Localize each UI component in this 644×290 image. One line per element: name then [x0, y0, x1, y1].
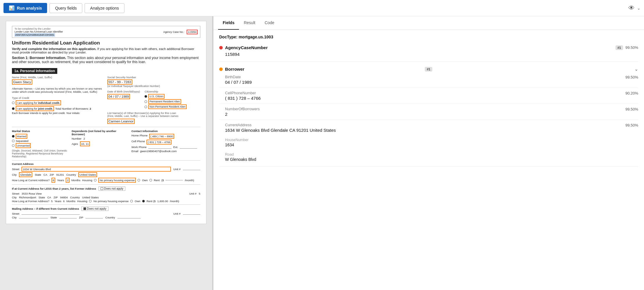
- lender-label-group: To be completed by the Lender: Lender Lo…: [15, 27, 63, 36]
- citizenship-nonpermanent-label: Non-Permanent Resident Alien: [148, 104, 187, 109]
- dependents-label: Dependents (not listed by another Borrow…: [72, 129, 129, 136]
- credit-option-individual: I am applying for individual credit.: [12, 100, 105, 105]
- dependents-number-row: Number 2: [72, 137, 129, 140]
- street-label: Street: [12, 168, 19, 171]
- field-dot-orange: [219, 67, 223, 71]
- cell-phone-value: ( 831 ) 728 – 4766: [147, 140, 172, 145]
- radio-no-housing: [94, 179, 97, 182]
- home-phone-row: Home Phone ( 489 ) 746 – 8900: [131, 134, 200, 139]
- ssn-label: Social Security Number: [107, 76, 200, 79]
- document-subtitle: Verify and complete the information on t…: [12, 47, 200, 54]
- street-row: Street 1634 W Glenoaks Blvd Unit #: [12, 167, 200, 172]
- former-city-value: Richmondport: [19, 196, 36, 199]
- marital-separated-label: Separated: [16, 139, 28, 143]
- work-phone-row: Work Phone Ext.: [131, 145, 200, 149]
- dob-value-display: 04 / 07 / 1989: [107, 94, 140, 99]
- does-not-apply-1-text: Does not apply: [104, 187, 124, 190]
- home-phone-value: ( 489 ) 746 – 8900: [149, 134, 174, 139]
- collapse-icon[interactable]: ⌄: [634, 66, 638, 72]
- alt-names-label: Alternate Names – List any names by whic…: [12, 87, 105, 93]
- other-borrowers-value-wrap: Carmen Leannor: [107, 119, 200, 124]
- tab-fields[interactable]: Fields: [218, 16, 239, 30]
- sub-field-birthdate: BirthDate 99.50% 04 / 07 / 1989: [219, 75, 638, 85]
- citizenship-us-label: U.S. Citizen: [148, 94, 165, 99]
- field-borrower-header[interactable]: Borrower #1 ⌄: [219, 66, 638, 72]
- other-borrowers-sub: (First, Middle, Last, Suffix) – Use a se…: [107, 115, 200, 118]
- unit-label: Unit #: [173, 168, 181, 171]
- mailing-unit-value: [183, 214, 200, 215]
- run-analysis-button[interactable]: 📊 Run analysis: [3, 3, 47, 13]
- field-agency-case-number: AgencyCaseNumber #1 99.50% 115894: [219, 45, 638, 62]
- zip-label: ZIP: [50, 173, 54, 176]
- street-value: 1634 W Glenoaks Blvd: [22, 167, 171, 172]
- eye-icon[interactable]: 👁: [628, 4, 635, 12]
- agency-case-group: Agency Case No.: 115894: [163, 30, 198, 34]
- country-label: Country: [66, 173, 76, 176]
- months-label: Months: [71, 179, 80, 182]
- city-label: City: [12, 173, 17, 176]
- right-panel-content: DocType: mortgage.us.1003 AgencyCaseNumb…: [213, 30, 644, 290]
- does-not-apply-box-2: Does not apply: [81, 207, 108, 211]
- former-housing-label: Housing: [77, 200, 88, 203]
- former-city-row: City Richmondport State CA ZIP 94804 Cou…: [12, 196, 200, 199]
- current-address-field-confidence: 99.50%: [625, 123, 638, 127]
- cell-phone-label: Cell Phone: [131, 140, 145, 145]
- ext-value: [180, 145, 197, 149]
- road-value: W Glenoaks Blvd: [225, 157, 638, 162]
- housing-label: Housing: [82, 179, 92, 182]
- marital-row: Marital Status Married Separated Unmarri…: [12, 127, 200, 158]
- query-fields-button[interactable]: Query fields: [49, 3, 82, 13]
- num-borrowers-label: Total Number of Borrowers: 2: [55, 107, 91, 110]
- current-address-label: Current Address: [12, 162, 200, 166]
- city-row: City Glendale State CA ZIP 91201 Country…: [12, 172, 200, 177]
- mailing-country-label: Country: [105, 216, 115, 219]
- marital-label: Marital Status: [12, 129, 69, 133]
- section1-title-bold: Section 1: Borrower Information.: [12, 56, 66, 60]
- radio-unmarried: [12, 144, 15, 147]
- personal-info-grid: Name (First, Middle, Last, Suffix) Gwen …: [12, 76, 200, 124]
- credit-option-joint: I am applying for joint credit. Total Nu…: [12, 106, 105, 111]
- lender-label: To be completed by the Lender:: [15, 27, 63, 30]
- former-no-housing-label: No primary housing expense: [93, 200, 129, 203]
- marital-note: (Single, Divorced, Widowed, Civil Union,…: [12, 149, 69, 158]
- state-label: State: [35, 173, 41, 176]
- marital-unmarried: Unmarried: [12, 143, 69, 148]
- joint-note: Each Borrower intends to apply for joint…: [12, 112, 105, 115]
- former-country-label: Country: [70, 196, 80, 199]
- tab-code[interactable]: Code: [260, 16, 279, 30]
- former-rent-label: Rent ($: [147, 200, 156, 203]
- former-own-label: Own: [135, 200, 140, 203]
- house-number-value: 1634: [225, 143, 638, 147]
- chevron-down-icon[interactable]: ⌄: [637, 6, 641, 10]
- dependents-ages-label: Ages: [72, 142, 78, 145]
- tab-result[interactable]: Result: [239, 16, 260, 30]
- former-unit-label: Unit #: [189, 192, 197, 195]
- mailing-state-label: State: [50, 216, 57, 219]
- rent-per-month: /month): [185, 179, 194, 182]
- citizenship-section: Citizenship U.S. Citizen Permanent Resid…: [145, 90, 187, 109]
- radio-own: [138, 179, 140, 182]
- analyze-options-button[interactable]: Analyze options: [85, 3, 124, 13]
- citizenship-us: U.S. Citizen: [145, 94, 187, 99]
- former-how-long-row: How Long at Former Address? 5 Years 6 Mo…: [12, 200, 200, 203]
- num-borrowers-field-value: 2: [225, 112, 638, 117]
- mailing-city-label: City: [12, 216, 17, 219]
- radio-former-no-housing: [89, 200, 92, 202]
- rent-amount-value: [165, 180, 183, 180]
- other-borrowers-section: List Name(s) of Other Borrower(s) Applyi…: [107, 111, 200, 124]
- document-content: To be completed by the Lender: Lender Lo…: [6, 21, 206, 224]
- field-agency-case-badge: #1: [616, 45, 623, 50]
- former-street-label: Street: [12, 192, 19, 195]
- former-rent-value: 1,600.00: [157, 200, 168, 203]
- sub-field-current-address: CurrentAddress 99.50% 1634 W Glenoaks Bl…: [219, 120, 638, 133]
- email-value: gwen19890407@outlook.com: [140, 150, 177, 153]
- right-panel-tabs: Fields Result Code: [213, 16, 644, 30]
- dependents-ages-value: 10, 11: [80, 141, 90, 146]
- agency-case-label: Agency Case No.:: [163, 31, 184, 33]
- citizenship-nonpermanent: Non-Permanent Resident Alien: [145, 104, 187, 109]
- does-not-apply-checkbox-2: [83, 207, 86, 210]
- dob-label: Date of Birth (mm/dd/yyyy): [107, 90, 140, 93]
- ext-label: Ext.: [173, 145, 178, 149]
- former-zip-label: ZIP: [53, 196, 58, 199]
- lender-header-box: To be completed by the Lender: Lender Lo…: [12, 26, 200, 38]
